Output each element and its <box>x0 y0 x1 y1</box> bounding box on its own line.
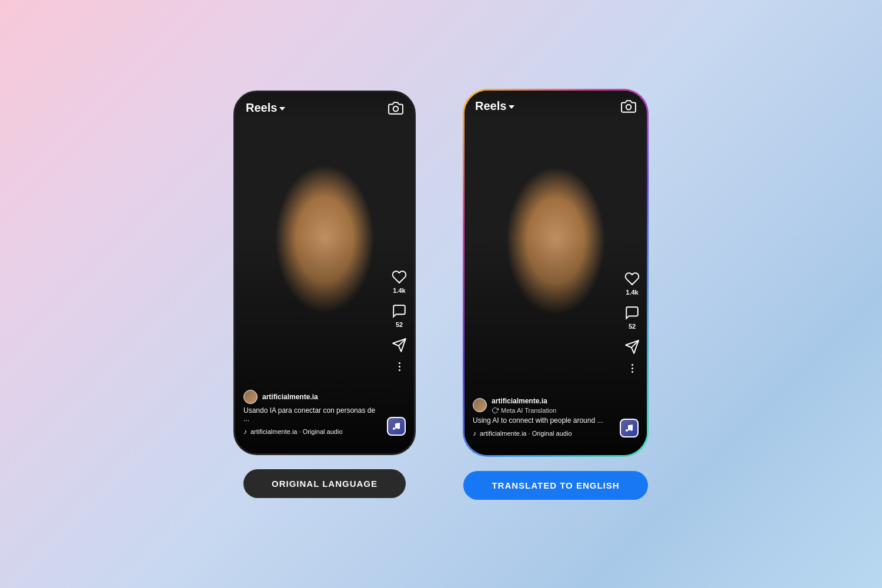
original-audio-row: ♪ artificialmente.ia · Original audio <box>243 427 379 436</box>
tdot-3 <box>632 371 633 373</box>
original-audio-text: artificialmente.ia · Original audio <box>250 428 343 435</box>
translated-reels-chevron[interactable] <box>509 105 514 109</box>
original-comment-count: 52 <box>396 321 403 328</box>
translated-topbar: Reels <box>465 91 647 120</box>
translated-bottom-info: artificialmente.ia Meta AI Translation <box>473 397 612 437</box>
original-username: artificialmente.ia <box>262 393 318 401</box>
svg-point-0 <box>393 106 399 111</box>
translated-three-dots[interactable] <box>632 364 633 373</box>
original-phone-screen: Reels <box>235 92 414 453</box>
original-avatar <box>243 390 258 404</box>
translated-camera-icon[interactable] <box>621 99 636 114</box>
original-topbar: Reels <box>235 92 414 122</box>
original-phone-wrapper: Reels <box>233 91 416 498</box>
original-reels-chevron[interactable] <box>279 107 285 111</box>
dot-1 <box>399 362 400 364</box>
translated-music-note: ♪ <box>473 429 476 437</box>
translated-like-count: 1.4k <box>626 289 638 296</box>
translated-audio-text: artificialmente.ia · Original audio <box>480 430 572 437</box>
translated-user-row: artificialmente.ia Meta AI Translation <box>473 397 612 414</box>
translated-username: artificialmente.ia <box>492 397 556 405</box>
original-user-row: artificialmente.ia <box>243 390 379 404</box>
original-like-count: 1.4k <box>393 287 405 294</box>
translated-comment-icon[interactable] <box>624 305 640 320</box>
original-music-box <box>387 417 406 436</box>
dot-3 <box>399 369 400 371</box>
original-bottom-info: artificialmente.ia Usando IA para conect… <box>243 390 379 436</box>
translated-more-action[interactable] <box>632 364 633 373</box>
translated-phone-screen: Reels <box>465 91 647 455</box>
original-music-note: ♪ <box>243 427 247 436</box>
original-phone: Reels <box>233 91 416 455</box>
translated-share-action[interactable] <box>624 339 640 355</box>
original-three-dots[interactable] <box>399 362 400 371</box>
original-reels-label: Reels <box>246 101 277 115</box>
translated-phone-wrapper: Reels <box>463 89 649 500</box>
original-share-action[interactable] <box>392 338 407 353</box>
translation-badge-row: Meta AI Translation <box>492 407 556 414</box>
original-comment-action[interactable]: 52 <box>392 303 407 328</box>
translated-reels-title: Reels <box>475 99 514 113</box>
translated-comment-action[interactable]: 52 <box>624 305 640 330</box>
original-actions: 1.4k 52 <box>392 269 407 371</box>
svg-point-8 <box>626 429 628 432</box>
svg-point-3 <box>393 427 395 430</box>
original-share-icon[interactable] <box>392 338 407 353</box>
original-camera-icon[interactable] <box>388 101 403 116</box>
translated-music-box <box>620 419 639 437</box>
translated-heart-icon[interactable] <box>624 271 640 286</box>
translated-phone-inner: Reels <box>465 91 647 455</box>
svg-point-9 <box>630 428 633 430</box>
original-heart-icon[interactable] <box>392 269 407 285</box>
translated-actions: 1.4k 52 <box>624 271 640 373</box>
original-reels-title: Reels <box>246 101 285 115</box>
translated-comment-count: 52 <box>629 323 636 330</box>
original-more-action[interactable] <box>399 362 400 371</box>
dot-2 <box>399 366 400 368</box>
refresh-icon <box>492 407 499 414</box>
translated-to-english-button[interactable]: TRANSLATED TO ENGLISH <box>463 471 647 500</box>
original-comment-icon[interactable] <box>392 303 407 319</box>
translated-user-info: artificialmente.ia Meta AI Translation <box>492 397 556 414</box>
translation-badge-text: Meta AI Translation <box>501 407 556 414</box>
svg-point-5 <box>626 104 632 109</box>
translated-audio-row: ♪ artificialmente.ia · Original audio <box>473 429 612 437</box>
translated-like-action[interactable]: 1.4k <box>624 271 640 296</box>
translated-reels-label: Reels <box>475 99 506 113</box>
original-language-button[interactable]: ORIGINAL LANGUAGE <box>243 469 406 498</box>
translated-avatar <box>473 398 487 412</box>
translated-phone-border: Reels <box>463 89 649 457</box>
original-caption: Usando IA para conectar con personas de … <box>243 406 379 423</box>
translated-caption: Using AI to connect with people around .… <box>473 416 612 425</box>
original-like-action[interactable]: 1.4k <box>392 269 407 294</box>
svg-point-4 <box>397 426 400 429</box>
tdot-2 <box>632 368 633 369</box>
tdot-1 <box>632 364 633 366</box>
main-container: Reels <box>233 89 649 500</box>
translated-share-icon[interactable] <box>624 339 640 355</box>
